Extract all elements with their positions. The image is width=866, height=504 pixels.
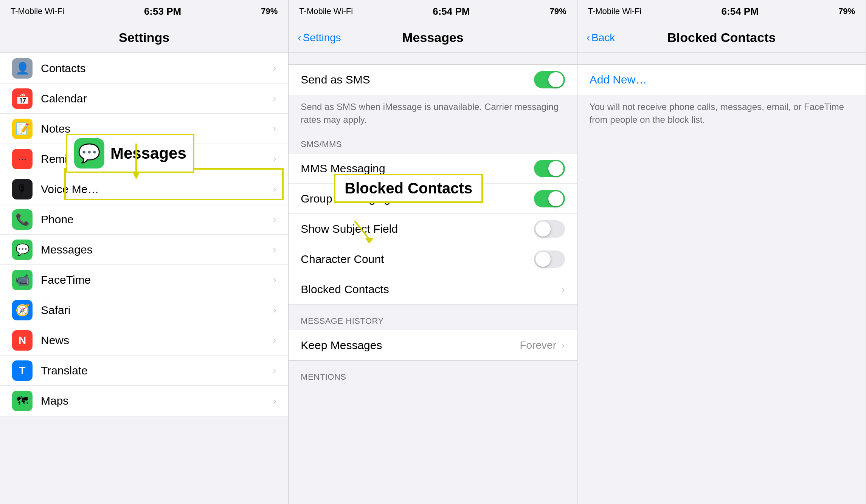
battery-icons-1: 79% (261, 6, 278, 16)
contacts-chevron: › (273, 62, 276, 74)
maps-icon: 🗺 (12, 391, 33, 411)
mms-messaging-toggle[interactable] (534, 160, 565, 177)
row-mms-messaging[interactable]: MMS Messaging (289, 153, 577, 184)
nav-bar-1: Settings (0, 23, 288, 53)
row-blocked-contacts[interactable]: Blocked Contacts › (289, 274, 577, 305)
news-chevron: › (273, 334, 276, 346)
maps-chevron: › (273, 395, 276, 407)
settings-list-1[interactable]: 👤 Contacts › 📅 Calendar › 📝 Notes › ⋯ Re… (0, 53, 288, 504)
send-as-sms-toggle[interactable] (534, 71, 565, 88)
settings-row-maps[interactable]: 🗺 Maps › (0, 386, 288, 416)
news-icon: N (12, 330, 33, 351)
add-new-row[interactable]: Add New… (577, 65, 866, 95)
translate-icon: T (12, 360, 33, 381)
notes-icon: 📝 (12, 119, 33, 139)
carrier-3: T-Mobile Wi-Fi (588, 6, 642, 16)
group-send-sms: Send as SMS (289, 64, 577, 95)
row-group-messaging[interactable]: Group Messaging (289, 184, 577, 214)
section-sms-mms: SMS/MMS MMS Messaging Group Messaging (289, 139, 577, 305)
section-send-sms: Send as SMS Send as SMS when iMessage is… (289, 64, 577, 128)
settings-row-phone[interactable]: 📞 Phone › (0, 204, 288, 235)
blocked-contacts-chevron: › (562, 284, 565, 295)
page-title-3: Blocked Contacts (667, 30, 776, 45)
settings-row-calendar[interactable]: 📅 Calendar › (0, 83, 288, 114)
toggle-knob (548, 72, 563, 87)
facetime-chevron: › (273, 274, 276, 286)
blocked-group: Add New… (577, 64, 866, 95)
status-bar-3: T-Mobile Wi-Fi 6:54 PM 79% (577, 0, 866, 23)
battery-2: 79% (550, 6, 566, 16)
settings-row-reminders[interactable]: ⋯ Reminders › (0, 144, 288, 174)
safari-label: Safari (41, 304, 273, 317)
settings-row-news[interactable]: N News › (0, 325, 288, 356)
row-send-as-sms[interactable]: Send as SMS (289, 65, 577, 95)
page-title-2: Messages (402, 30, 464, 45)
show-subject-toggle[interactable] (534, 220, 565, 238)
carrier-1: T-Mobile Wi-Fi (11, 6, 64, 16)
section-history: MESSAGE HISTORY Keep Messages Forever › (289, 316, 577, 361)
row-keep-messages[interactable]: Keep Messages Forever › (289, 330, 577, 360)
settings-row-facetime[interactable]: 📹 FaceTime › (0, 265, 288, 295)
character-count-toggle[interactable] (534, 250, 565, 268)
messages-settings-list[interactable]: Send as SMS Send as SMS when iMessage is… (289, 53, 577, 504)
back-chevron-3: ‹ (587, 32, 590, 44)
time-3: 6:54 PM (722, 6, 759, 17)
safari-chevron: › (273, 304, 276, 316)
keep-messages-value: Forever (520, 339, 556, 351)
mms-messaging-label: MMS Messaging (301, 162, 534, 175)
blocked-section: Add New… You will not receive phone call… (577, 64, 866, 128)
settings-row-translate[interactable]: T Translate › (0, 356, 288, 386)
time-1: 6:53 PM (144, 6, 181, 17)
settings-row-notes[interactable]: 📝 Notes › (0, 114, 288, 144)
safari-icon: 🧭 (12, 300, 33, 320)
facetime-icon: 📹 (12, 270, 33, 290)
row-show-subject[interactable]: Show Subject Field (289, 214, 577, 244)
nav-bar-3: ‹ Back Blocked Contacts (577, 23, 866, 53)
messages-icon: 💬 (12, 240, 33, 260)
news-label: News (41, 334, 273, 347)
settings-row-voicememos[interactable]: 🎙 Voice Me… › (0, 174, 288, 204)
messages-panel: T-Mobile Wi-Fi 6:54 PM 79% ‹ Settings Me… (289, 0, 577, 504)
page-title-1: Settings (119, 30, 169, 45)
settings-row-contacts[interactable]: 👤 Contacts › (0, 53, 288, 83)
voicememos-label: Voice Me… (41, 183, 273, 196)
notes-chevron: › (273, 123, 276, 135)
phone-label: Phone (41, 213, 273, 226)
send-as-sms-label: Send as SMS (301, 73, 534, 86)
messages-chevron: › (273, 244, 276, 255)
settings-row-messages[interactable]: 💬 Messages › (0, 235, 288, 265)
voicememos-icon: 🎙 (12, 179, 33, 199)
phone-icon: 📞 (12, 209, 33, 230)
group-messaging-label: Group Messaging (301, 192, 534, 205)
reminders-label: Reminders (41, 153, 273, 165)
keep-messages-chevron: › (562, 340, 565, 351)
group-messaging-toggle[interactable] (534, 190, 565, 207)
toggle-knob-char (535, 252, 551, 267)
calendar-chevron: › (273, 93, 276, 104)
add-new-label: Add New… (590, 73, 854, 86)
blocked-description: You will not receive phone calls, messag… (577, 95, 866, 128)
toggle-knob-mms (548, 161, 563, 176)
status-bar-1: T-Mobile Wi-Fi 6:53 PM 79% (0, 0, 288, 23)
row-character-count[interactable]: Character Count (289, 244, 577, 274)
nav-back-3[interactable]: ‹ Back (587, 32, 615, 44)
back-label-2: Settings (303, 32, 341, 44)
settings-group-1: 👤 Contacts › 📅 Calendar › 📝 Notes › ⋯ Re… (0, 53, 288, 416)
contacts-icon: 👤 (12, 58, 33, 79)
contacts-label: Contacts (41, 62, 273, 75)
section-mentions: MENTIONS (289, 372, 577, 386)
nav-back-2[interactable]: ‹ Settings (298, 32, 341, 44)
mentions-header: MENTIONS (289, 372, 577, 386)
battery-1: 79% (261, 6, 278, 16)
battery-icons-3: 79% (838, 6, 855, 16)
settings-row-safari[interactable]: 🧭 Safari › (0, 295, 288, 325)
translate-chevron: › (273, 365, 276, 376)
carrier-2: T-Mobile Wi-Fi (299, 6, 353, 16)
reminders-icon: ⋯ (12, 149, 33, 169)
battery-3: 79% (838, 6, 855, 16)
show-subject-label: Show Subject Field (301, 223, 534, 235)
messages-label: Messages (41, 243, 273, 256)
toggle-knob-subject (535, 221, 551, 237)
nav-bar-2: ‹ Settings Messages (289, 23, 577, 53)
maps-label: Maps (41, 394, 273, 407)
